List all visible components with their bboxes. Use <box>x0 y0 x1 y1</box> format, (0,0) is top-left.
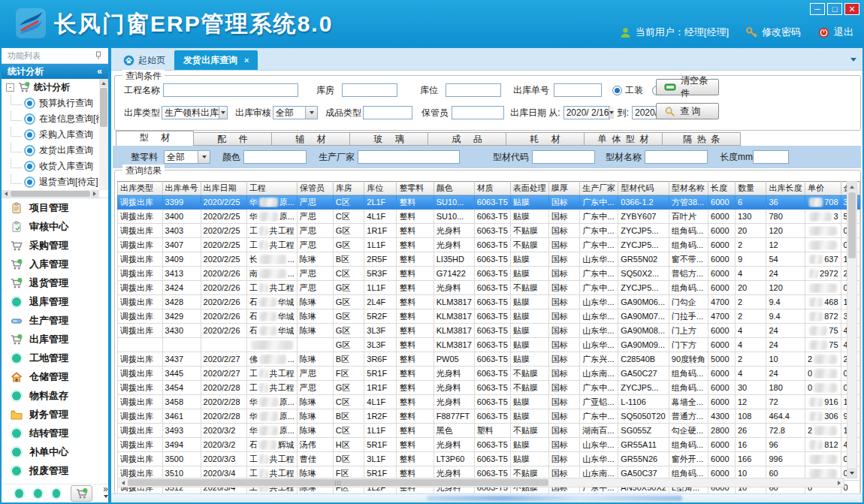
table-cell[interactable]: 130 <box>735 210 766 224</box>
table-cell[interactable]: ZYCJP5... <box>618 224 669 238</box>
material-tab-3[interactable]: 玻 璃 <box>350 132 428 146</box>
table-cell[interactable]: 6000 <box>708 210 736 224</box>
table-cell[interactable]: SG055Z <box>618 424 669 438</box>
table-cell[interactable]: 4 <box>735 324 766 338</box>
table-cell[interactable]: 4L1F <box>364 210 397 224</box>
table-cell[interactable]: 严思 <box>297 381 333 395</box>
table-cell[interactable]: GA90M09... <box>618 338 669 352</box>
column-header[interactable]: 工程 <box>246 182 297 195</box>
tree-item[interactable]: 退货查询[待定] <box>2 174 108 190</box>
material-tab-1[interactable]: 配 件 <box>194 132 272 146</box>
table-cell[interactable]: 6000 <box>708 338 736 352</box>
table-cell[interactable]: 3L3F <box>364 338 397 352</box>
table-cell[interactable]: 工共工程 <box>246 367 297 381</box>
table-cell[interactable]: 山东华... <box>580 452 618 466</box>
clear-conditions-button[interactable]: 清空条件 <box>656 79 719 95</box>
table-cell[interactable]: 工共工程 <box>246 224 297 238</box>
tree-item[interactable]: 收货入库查询 <box>2 158 108 174</box>
table-row[interactable]: 调拨出库35002020/3/3工共工程曹佳D区3L1F整料LT3P606063… <box>118 452 860 466</box>
table-cell[interactable]: 2020/2/25 <box>201 195 246 210</box>
table-cell[interactable]: 3 <box>805 210 841 224</box>
change-password-button[interactable]: 修改密码 <box>745 26 801 39</box>
table-cell[interactable]: 国标 <box>548 367 580 381</box>
table-cell[interactable]: 组角码... <box>669 281 708 295</box>
table-cell[interactable]: 广东兴... <box>580 352 618 367</box>
table-cell[interactable]: 2020/2/28 <box>201 395 246 409</box>
table-cell[interactable]: 调拨出库 <box>118 438 163 452</box>
table-cell[interactable]: 不贴膜 <box>510 281 548 295</box>
table-cell[interactable]: 不贴膜 <box>510 224 548 238</box>
table-cell[interactable]: ZYCJP5... <box>618 238 669 252</box>
table-cell[interactable]: C区 <box>333 210 364 224</box>
table-cell[interactable]: 普通方... <box>669 409 708 424</box>
table-cell[interactable]: 整料 <box>397 309 434 324</box>
table-cell[interactable]: 石华城 <box>246 309 297 324</box>
table-cell[interactable]: 山东华... <box>580 295 618 309</box>
table-cell[interactable]: 陈琳 <box>297 395 333 409</box>
table-cell[interactable]: 26 <box>735 424 766 438</box>
table-cell[interactable]: 24 <box>766 338 805 352</box>
table-cell[interactable]: 6063-T5 <box>474 338 510 352</box>
table-cell[interactable]: 国标 <box>548 210 580 224</box>
table-cell[interactable]: 6063-T5 <box>474 324 510 338</box>
order-no-input[interactable] <box>554 83 602 97</box>
table-row[interactable]: G区3L3F整料KLM38176063-T5贴膜国标山东华...GA90M09.… <box>118 338 860 352</box>
dot-icon[interactable] <box>15 489 23 498</box>
table-cell[interactable]: 国标 <box>548 281 580 295</box>
sidebar-item-5[interactable]: 退库管理 <box>2 292 108 311</box>
table-cell[interactable]: 普铝方... <box>669 267 708 281</box>
column-header[interactable]: 整零料 <box>397 182 434 195</box>
table-cell[interactable]: 国标 <box>548 195 580 210</box>
table-cell[interactable]: 812 <box>805 438 841 452</box>
tree-item[interactable]: 发货出库查询 <box>2 143 108 158</box>
table-cell[interactable]: 2020/2/25 <box>201 252 246 267</box>
table-cell[interactable]: 陈琳 <box>297 324 333 338</box>
audit-select[interactable]: 全部 <box>273 106 318 119</box>
table-cell[interactable]: F区 <box>333 367 364 381</box>
table-cell[interactable]: 工共工程 <box>246 452 297 466</box>
table-cell[interactable]: 曹佳 <box>297 452 333 466</box>
table-cell[interactable]: 96 <box>766 438 805 452</box>
table-cell[interactable]: 山东华... <box>580 309 618 324</box>
table-cell[interactable]: 调拨出库 <box>118 352 163 367</box>
table-cell[interactable]: F8877FT <box>434 409 474 424</box>
column-header[interactable]: 膜厚 <box>548 182 580 195</box>
table-cell[interactable]: 4700 <box>708 295 736 309</box>
table-cell[interactable]: G区 <box>333 224 364 238</box>
tab-close-icon[interactable]: × <box>244 56 249 65</box>
material-tab-6[interactable]: 单体型材 <box>585 132 663 146</box>
table-cell[interactable]: 国标 <box>548 381 580 395</box>
table-cell[interactable]: 3437 <box>162 352 201 367</box>
expander-icon[interactable]: - <box>6 83 14 92</box>
pin-icon[interactable] <box>95 51 102 60</box>
table-cell[interactable]: 2 <box>735 295 766 309</box>
table-cell[interactable]: 国标 <box>548 352 580 367</box>
table-cell[interactable]: 广东中... <box>580 381 618 395</box>
table-row[interactable]: 调拨出库34452020/2/27工共工程严思F区5R1F整料光身料6063-T… <box>118 367 860 381</box>
column-header[interactable]: 生产厂家 <box>580 182 618 195</box>
table-row[interactable]: 调拨出库34032020/2/25工共工程严思G区1R1F整料光身料6063-T… <box>118 224 860 238</box>
table-cell[interactable]: 4 <box>735 338 766 352</box>
table-cell[interactable]: 75 <box>805 324 841 338</box>
more-buttons-toggle[interactable]: » <box>103 486 108 501</box>
table-cell[interactable]: 3429 <box>162 309 201 324</box>
table-cell[interactable]: 2 <box>735 238 766 252</box>
table-cell[interactable]: L-1106 <box>618 395 669 409</box>
table-cell[interactable]: 3399 <box>162 195 201 210</box>
sidebar-item-6[interactable]: 生产管理 <box>2 311 108 330</box>
table-cell[interactable]: 严思 <box>297 238 333 252</box>
table-cell[interactable]: 2L1F <box>364 195 397 210</box>
table-cell[interactable]: 3458 <box>162 395 201 409</box>
table-cell[interactable]: 464.4 <box>766 409 805 424</box>
table-cell[interactable]: 72 <box>766 395 805 409</box>
table-cell[interactable]: 组角码... <box>669 381 708 395</box>
table-cell[interactable]: 3454 <box>162 381 201 395</box>
table-cell[interactable]: 贴膜 <box>510 395 548 409</box>
table-cell[interactable]: 9 <box>735 252 766 267</box>
table-cell[interactable]: 780 <box>766 210 805 224</box>
table-cell[interactable]: 贴膜 <box>510 324 548 338</box>
table-cell[interactable] <box>246 338 297 352</box>
table-cell[interactable]: 贴膜 <box>510 409 548 424</box>
table-cell[interactable]: 306 <box>805 409 841 424</box>
table-cell[interactable]: 严思 <box>297 367 333 381</box>
